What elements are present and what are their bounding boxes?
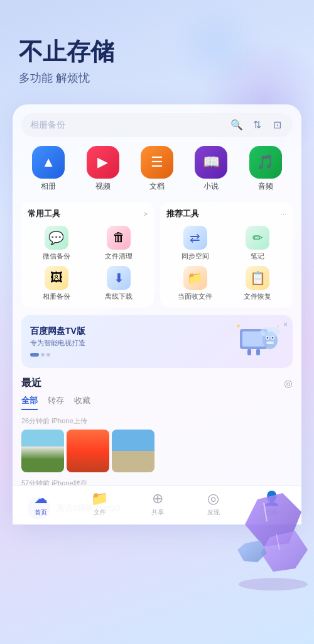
nav-discover[interactable]: ◎ 发现 xyxy=(207,491,220,517)
tool-album-backup[interactable]: 🖼 相册备份 xyxy=(28,266,85,301)
common-tools-grid: 💬 微信备份 🗑 文件清理 🖼 相册备份 ⬇ 离线下载 xyxy=(28,226,148,301)
recent-header: 最近 ◎ xyxy=(21,377,293,390)
album-icon-bg: ▲ xyxy=(32,146,65,179)
audio-icon-bg: 🎵 xyxy=(249,146,282,179)
sync-space-label: 同步空间 xyxy=(181,252,209,261)
nav-profile[interactable]: 👤 我的 xyxy=(263,491,280,517)
home-icon: ☁ xyxy=(34,491,48,507)
search-icon[interactable]: 🔍 xyxy=(230,118,244,132)
discover-icon: ◎ xyxy=(207,491,219,507)
notes-label: 笔记 xyxy=(251,252,264,261)
quick-item-album[interactable]: ▲ 相册 xyxy=(32,146,65,192)
tool-file-restore[interactable]: 📋 文件恢复 xyxy=(229,266,287,301)
banner-subtitle: 专为智能电视打造 xyxy=(30,338,85,348)
quick-item-doc[interactable]: ☰ 文档 xyxy=(141,146,173,192)
photo-thumb-3[interactable] xyxy=(112,430,154,472)
banner-text: 百度网盘TV版 专为智能电视打造 xyxy=(30,326,85,357)
common-tools-header: 常用工具 > xyxy=(28,208,148,219)
download-icon: ⬇ xyxy=(107,266,131,290)
filter-tabs: 全部 转存 收藏 xyxy=(21,395,293,410)
novel-label: 小说 xyxy=(203,181,219,192)
banner-dot-3 xyxy=(46,353,50,357)
notes-icon: ✏ xyxy=(246,226,269,250)
svg-point-8 xyxy=(272,336,274,338)
svg-marker-14 xyxy=(261,531,308,572)
home-label: 首页 xyxy=(35,508,47,517)
profile-label: 我的 xyxy=(265,508,278,517)
upload-timestamp: 26分钟前 iPhone上传 xyxy=(21,416,293,426)
tools-row: 常用工具 > 💬 微信备份 🗑 文件清理 🖼 相册备份 ⬇ 离线 xyxy=(21,202,293,308)
receive-file-label: 当面收文件 xyxy=(178,292,212,301)
tool-receive-file[interactable]: 📁 当面收文件 xyxy=(166,266,224,301)
quick-icons-row: ▲ 相册 ▶ 视频 ☰ 文档 📖 小说 🎵 音频 xyxy=(21,146,293,192)
recent-title: 最近 xyxy=(21,377,41,390)
recommend-tools-header: 推荐工具 ··· xyxy=(166,208,286,219)
promo-banner[interactable]: 百度网盘TV版 专为智能电视打造 xyxy=(21,315,293,368)
nav-home[interactable]: ☁ 首页 xyxy=(34,491,48,517)
wechat-backup-label: 微信备份 xyxy=(43,252,70,261)
nav-share[interactable]: ⊕ 共享 xyxy=(151,491,164,517)
nav-files[interactable]: 📁 文件 xyxy=(91,491,108,517)
tool-sync-space[interactable]: ⇄ 同步空间 xyxy=(166,226,224,261)
offline-download-label: 离线下载 xyxy=(105,292,133,301)
search-placeholder: 相册备份 xyxy=(30,119,230,131)
bottom-navigation: ☁ 首页 📁 文件 ⊕ 共享 ◎ 发现 👤 我的 xyxy=(13,485,301,525)
quick-item-novel[interactable]: 📖 小说 xyxy=(195,146,227,192)
wechat-icon: 💬 xyxy=(45,226,68,250)
video-label: 视频 xyxy=(95,181,111,192)
receive-icon: 📁 xyxy=(183,266,207,290)
sort-icon[interactable]: ⇅ xyxy=(250,118,264,132)
svg-text:★: ★ xyxy=(236,323,241,329)
share-label: 共享 xyxy=(151,508,164,517)
quick-item-video[interactable]: ▶ 视频 xyxy=(87,146,119,192)
tool-notes[interactable]: ✏ 笔记 xyxy=(229,226,287,261)
banner-close-button[interactable]: × xyxy=(283,320,288,329)
tab-all[interactable]: 全部 xyxy=(21,395,38,410)
common-tools-more[interactable]: > xyxy=(144,210,148,218)
svg-rect-3 xyxy=(256,349,260,355)
svg-line-17 xyxy=(276,534,279,550)
svg-point-10 xyxy=(260,327,280,337)
doc-icon-bg: ☰ xyxy=(141,146,173,179)
banner-illustration: ★ ✦ xyxy=(234,323,284,360)
recent-filter-icon[interactable]: ◎ xyxy=(284,377,293,389)
discover-label: 发现 xyxy=(207,508,220,517)
svg-rect-2 xyxy=(247,349,251,355)
clean-icon: 🗑 xyxy=(107,226,131,250)
tool-offline-download[interactable]: ⬇ 离线下载 xyxy=(90,266,148,301)
svg-point-6 xyxy=(267,336,269,338)
bg-decoration-2 xyxy=(170,0,264,94)
files-label: 文件 xyxy=(94,508,106,517)
file-clean-label: 文件清理 xyxy=(105,252,133,261)
svg-marker-15 xyxy=(237,540,267,562)
search-bar[interactable]: 相册备份 🔍 ⇅ ⊡ xyxy=(21,113,293,137)
tool-wechat-backup[interactable]: 💬 微信备份 xyxy=(28,226,85,261)
photo-thumb-1[interactable] xyxy=(21,430,64,472)
recommend-tools-section: 推荐工具 ··· ⇄ 同步空间 ✏ 笔记 📁 当面收文件 📋 文件 xyxy=(160,202,293,308)
common-tools-section: 常用工具 > 💬 微信备份 🗑 文件清理 🖼 相册备份 ⬇ 离线 xyxy=(21,202,154,308)
svg-rect-9 xyxy=(266,341,274,344)
album-backup-icon: 🖼 xyxy=(45,266,68,290)
audio-label: 音频 xyxy=(258,181,273,192)
restore-icon: 📋 xyxy=(246,266,269,290)
album-label: 相册 xyxy=(41,181,56,192)
common-tools-title: 常用工具 xyxy=(28,208,60,219)
banner-dot-2 xyxy=(41,353,45,357)
quick-item-audio[interactable]: 🎵 音频 xyxy=(249,146,282,192)
recommend-tools-more: ··· xyxy=(281,210,286,218)
photo-thumb-2[interactable] xyxy=(67,430,109,472)
svg-point-18 xyxy=(239,578,308,591)
files-icon: 📁 xyxy=(91,491,108,507)
file-restore-label: 文件恢复 xyxy=(244,292,271,301)
sync-icon: ⇄ xyxy=(183,226,207,250)
video-icon-bg: ▶ xyxy=(87,146,119,179)
doc-label: 文档 xyxy=(149,181,165,192)
tab-favorite[interactable]: 收藏 xyxy=(74,395,90,410)
recommend-tools-title: 推荐工具 xyxy=(166,208,199,219)
scan-icon[interactable]: ⊡ xyxy=(270,118,284,132)
share-icon: ⊕ xyxy=(152,491,163,507)
banner-dots xyxy=(30,353,85,357)
tab-transfer[interactable]: 转存 xyxy=(48,395,64,410)
banner-dot-1 xyxy=(30,353,39,357)
tool-file-clean[interactable]: 🗑 文件清理 xyxy=(90,226,148,261)
